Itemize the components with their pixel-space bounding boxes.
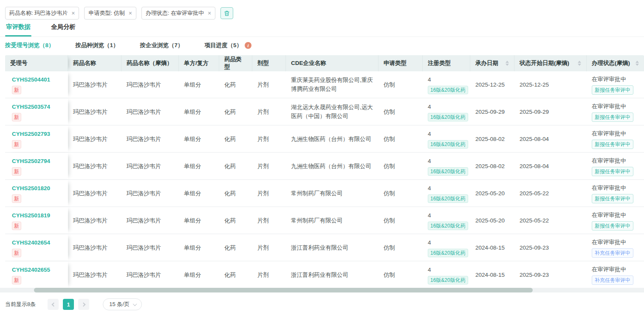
table-cell: 2024-08-15	[470, 261, 514, 288]
filter-tag-label: 申请类型: 仿制	[88, 9, 124, 17]
cell-text: 玛巴洛沙韦片	[73, 216, 107, 225]
sort-icon[interactable]	[503, 61, 509, 66]
cell-text: 2025-09-23	[520, 243, 549, 252]
acceptance-no-link[interactable]: CYHS2504401	[12, 75, 50, 84]
column-label: 受理号	[10, 59, 28, 67]
close-icon[interactable]: ×	[208, 11, 211, 16]
next-page-button[interactable]	[78, 299, 89, 310]
cell-text: 片剂	[257, 270, 269, 279]
acceptance-no-link[interactable]: CYHS2402655	[12, 265, 50, 274]
column-header[interactable]: 办理状态(摩熵)	[587, 55, 644, 71]
column-header: 药品名称	[68, 55, 121, 71]
info-icon[interactable]: i	[245, 42, 251, 49]
table-cell: 化药	[219, 126, 252, 152]
column-label: 单方/复方	[184, 59, 209, 67]
cell-text: 2025-05-22	[520, 189, 549, 198]
table-cell: 在审评审批中补充任务审评中	[587, 261, 644, 288]
cell-text: 玛巴洛沙韦片	[73, 270, 107, 279]
filter-tag: 药品名称: 玛巴洛沙韦片×	[5, 7, 79, 20]
cell-text: 仿制	[384, 270, 395, 279]
table-cell: 单组分	[179, 98, 219, 125]
cell-text: 化药	[224, 216, 236, 225]
table-cell: 片剂	[252, 234, 286, 261]
filter-bar: 药品名称: 玛巴洛沙韦片×申请类型: 仿制×办理状态: 在审评审批中×	[5, 7, 233, 20]
acceptance-no-link[interactable]: CYHS2502793	[12, 129, 50, 138]
acceptance-no-link[interactable]: CYHS2503574	[12, 102, 50, 111]
sort-asc-caret	[578, 61, 581, 63]
pagination-summary: 当前显示8条	[5, 301, 36, 308]
cell-text: 化药	[224, 107, 236, 116]
table-cell: 湖北远大永晟药业有限公司,远大医药（中国）有限公司	[286, 98, 378, 125]
status-badge: 补充任务审评中	[592, 248, 633, 258]
table-cell: 片剂	[252, 261, 286, 288]
column-header[interactable]: 承办日期	[470, 55, 514, 71]
sort-icon[interactable]	[633, 61, 639, 66]
main-tab[interactable]: 审评数据	[5, 20, 31, 37]
table-cell: 九洲生物医药（台州）有限公司	[286, 126, 378, 152]
close-icon[interactable]: ×	[129, 11, 132, 16]
table-cell: 仿制	[378, 153, 423, 179]
page-size-select[interactable]: 15 条/页	[103, 298, 142, 310]
close-icon[interactable]: ×	[71, 11, 75, 16]
table-cell: 玛巴洛沙韦片	[68, 71, 121, 98]
cell-text: 2025-09-29	[475, 107, 505, 116]
table-cell: 浙江普利药业有限公司	[286, 261, 378, 288]
cell-text: 重庆莱美药业股份有限公司,重庆博腾药业有限公司	[291, 76, 373, 93]
sort-icon[interactable]	[575, 61, 581, 66]
cell-text: 4	[428, 238, 431, 247]
cell-text: 玛巴洛沙韦片	[127, 270, 161, 279]
table-cell: 单组分	[179, 234, 219, 261]
column-header: 申请类型	[378, 55, 423, 71]
reg-type-badge: 16版&20版化药	[428, 276, 468, 284]
cell-text: 玛巴洛沙韦片	[127, 243, 161, 252]
filter-tag: 申请类型: 仿制×	[84, 7, 136, 20]
cell-text: 4	[428, 157, 431, 166]
new-badge: 新	[12, 249, 21, 257]
table-cell: CYHS2503574新	[5, 98, 68, 125]
acceptance-no-link[interactable]: CYHS2502794	[12, 157, 50, 166]
view-tab[interactable]: 按品种浏览（1）	[76, 42, 119, 49]
table-cell: 玛巴洛沙韦片	[68, 207, 121, 233]
table-cell: 常州制药厂有限公司	[286, 180, 378, 206]
cell-text: 玛巴洛沙韦片	[127, 107, 161, 116]
reg-type-badge: 16版&20版化药	[428, 113, 468, 121]
review-data-page: 药品名称: 玛巴洛沙韦片×申请类型: 仿制×办理状态: 在审评审批中× 审评数据…	[0, 0, 644, 312]
view-tab[interactable]: 按受理号浏览（8）	[5, 42, 54, 49]
column-label: 药品名称（摩熵）	[127, 59, 172, 67]
column-header[interactable]: 状态开始日期(摩熵)	[514, 55, 587, 71]
view-tab-label: 按企业浏览（7）	[140, 42, 184, 49]
cell-text: 2025-05-20	[475, 216, 505, 225]
column-label: 申请类型	[384, 59, 407, 67]
table-cell: CYHS2504401新	[5, 71, 68, 98]
table-cell: 玛巴洛沙韦片	[68, 153, 121, 179]
table-cell: 2025-09-23	[514, 234, 587, 261]
page-number-button[interactable]: 1	[63, 299, 74, 310]
column-label: CDE企业名称	[291, 59, 326, 67]
view-tab[interactable]: 按企业浏览（7）	[140, 42, 184, 49]
cell-text: 单组分	[184, 162, 201, 171]
acceptance-no-link[interactable]: CYHS2402654	[12, 238, 50, 247]
cell-text: 玛巴洛沙韦片	[127, 162, 161, 171]
table-cell: 416版&20版化药	[423, 261, 470, 288]
reg-type-badge: 16版&20版化药	[428, 222, 468, 230]
cell-text: 单组分	[184, 270, 201, 279]
table-cell: 玛巴洛沙韦片	[121, 153, 179, 179]
acceptance-no-link[interactable]: CYHS2501819	[12, 211, 50, 220]
table-cell: 玛巴洛沙韦片	[121, 180, 179, 206]
cell-text: 2024-08-15	[475, 243, 505, 252]
prev-page-button[interactable]	[48, 299, 59, 310]
sort-desc-caret	[636, 64, 639, 66]
table-cell: 2025-12-25	[514, 71, 587, 98]
cell-text: 单组分	[184, 135, 201, 143]
acceptance-no-link[interactable]: CYHS2501820	[12, 184, 50, 193]
new-badge: 新	[12, 86, 21, 94]
filter-tag: 办理状态: 在审评审批中×	[141, 7, 215, 20]
table-cell: 玛巴洛沙韦片	[68, 234, 121, 261]
table-cell: 2025-09-29	[514, 98, 587, 125]
main-tab[interactable]: 全局分析	[50, 20, 76, 37]
cell-text: 化药	[224, 80, 236, 89]
horizontal-scrollbar-thumb[interactable]	[34, 288, 533, 292]
table-cell: 416版&20版化药	[423, 126, 470, 152]
clear-filters-button[interactable]	[220, 7, 233, 19]
view-tab[interactable]: 项目进度（5）i	[205, 42, 252, 49]
